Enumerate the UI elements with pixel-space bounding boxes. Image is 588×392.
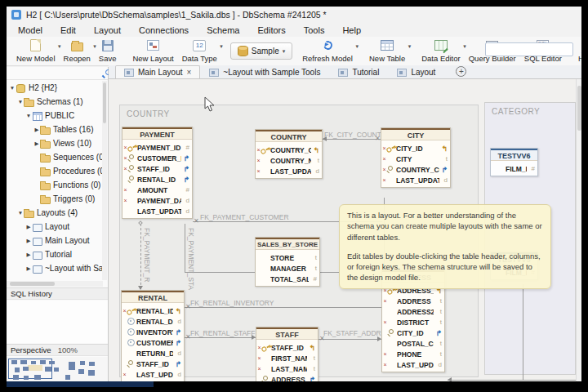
fk-label[interactable]: FK_RENTAL_STAFF: [190, 329, 256, 337]
menu-connections[interactable]: Connections: [139, 25, 189, 35]
column-row[interactable]: STAFF_ID: [256, 342, 318, 353]
tab-tutorial[interactable]: Tutorial: [329, 65, 388, 78]
fk-label[interactable]: FK_RENTAL_INVENTORY: [190, 299, 274, 307]
new-model-button[interactable]: New Model: [12, 37, 60, 65]
add-layout-button[interactable]: [456, 66, 466, 77]
column-row[interactable]: PAYMENT_ID#: [122, 142, 192, 153]
column-row[interactable]: INVENTORY_ID: [122, 327, 184, 337]
tree-item-database[interactable]: H2 {H2}: [7, 81, 103, 95]
fk-label[interactable]: FK_PAYMENT_R: [143, 228, 151, 285]
tree-item-layouts[interactable]: Layouts (4): [7, 206, 103, 220]
expander-icon[interactable]: [25, 252, 32, 258]
column-row[interactable]: PAYMENT_DATEd: [122, 195, 192, 206]
menu-help[interactable]: Help: [342, 25, 361, 35]
column-row[interactable]: PHONEt: [382, 349, 444, 359]
table-rental[interactable]: RENTAL RENTAL_ID RENTAL_DATEd INVENTORY_…: [121, 290, 185, 381]
column-row[interactable]: AMOUNT#: [122, 185, 192, 195]
table-header[interactable]: PAYMENT: [122, 127, 192, 140]
column-row[interactable]: RENTAL_ID: [122, 174, 192, 185]
menu-editors[interactable]: Editors: [257, 25, 285, 35]
table-header[interactable]: SALES_BY_STORE: [256, 238, 319, 250]
column-row[interactable]: LAST_UPDATEd: [382, 359, 444, 370]
column-row[interactable]: RENTAL_ID: [122, 305, 184, 316]
column-row[interactable]: LAST_UPDATEd: [381, 175, 450, 185]
fk-label[interactable]: FK_PAYMENT_STA: [187, 228, 195, 285]
menu-model[interactable]: Model: [18, 25, 42, 35]
refresh-dropdown[interactable]: [355, 43, 359, 50]
canvas-vertical-scrollbar[interactable]: [576, 79, 581, 381]
table-payment[interactable]: PAYMENT PAYMENT_ID# CUSTOMER_ID STAFF_ID…: [122, 127, 193, 219]
column-row[interactable]: POSTAL_CODEt: [382, 338, 444, 349]
new-table-dropdown[interactable]: [408, 43, 412, 50]
expander-icon[interactable]: [17, 99, 24, 105]
diagram-canvas[interactable]: COUNTRY CATEGORY FK_CITY_COUNTRY FK_PAYM…: [109, 79, 581, 381]
tree-item-tables[interactable]: Tables (16): [7, 122, 103, 136]
column-row[interactable]: CUSTOMER_ID: [122, 153, 192, 163]
expander-icon[interactable]: [17, 210, 24, 216]
sidebar-search-input[interactable]: [7, 69, 105, 78]
perspective-minimap[interactable]: [7, 357, 108, 381]
column-row[interactable]: COUNTRY_CODE: [381, 164, 450, 175]
refresh-model-button[interactable]: Refresh Model: [298, 37, 357, 65]
tree-item-main-layout[interactable]: Main Layout: [7, 234, 103, 247]
connector-line[interactable]: [523, 284, 523, 380]
expander-icon[interactable]: [25, 265, 32, 272]
column-row[interactable]: MANAGERt: [256, 263, 319, 274]
column-row[interactable]: ADDRESS_ID: [256, 374, 318, 381]
column-row[interactable]: COUNTRY_CODE: [256, 145, 322, 155]
tab-layout[interactable]: Layout: [388, 65, 444, 78]
column-row[interactable]: TOTAL_SALES#: [256, 274, 319, 284]
fk-label[interactable]: FK_PAYMENT_CUSTOMER: [200, 213, 289, 221]
column-row[interactable]: STAFF_ID: [122, 163, 192, 174]
tab-layout-with-sample-tools[interactable]: ~Layout with Sample Tools: [200, 65, 329, 78]
fk-line-rental-inventory[interactable]: [185, 307, 381, 308]
expander-icon[interactable]: [25, 238, 32, 244]
tree-item-procedures[interactable]: Procedures (0): [7, 164, 103, 178]
sample-button[interactable]: Sample ▾: [230, 42, 292, 60]
tree-item-triggers[interactable]: Triggers (0): [7, 192, 103, 206]
column-row[interactable]: LAST_UPDATEd: [122, 369, 184, 380]
tree-item-public[interactable]: PUBLIC: [7, 109, 103, 122]
fk-line-city-country[interactable]: [323, 139, 381, 140]
table-city[interactable]: CITY CITY_ID CITYt COUNTRY_CODE LAST_UPD…: [381, 127, 451, 188]
tree-vertical-scrollbar[interactable]: [102, 81, 107, 280]
fk-line-payment-rental[interactable]: [140, 224, 141, 289]
expander-icon[interactable]: [33, 127, 40, 133]
table-staff[interactable]: STAFF STAFF_ID FIRST_NAMEt LAST_NAMEt AD…: [256, 327, 318, 381]
tab-close-button[interactable]: [186, 68, 191, 77]
data-type-button[interactable]: 12 Data Type: [178, 37, 221, 65]
column-row[interactable]: FIRST_NAMEt: [256, 353, 318, 363]
expander-icon[interactable]: [33, 140, 40, 147]
menu-edit[interactable]: Edit: [60, 25, 76, 35]
fk-line-payment-staff[interactable]: [185, 224, 185, 273]
expander-icon[interactable]: [25, 113, 32, 118]
table-header[interactable]: STAFF: [256, 327, 318, 340]
new-table-button[interactable]: New Table: [365, 37, 409, 65]
toolbar-search-input[interactable]: [486, 44, 581, 55]
table-header[interactable]: RENTAL: [122, 291, 184, 303]
view-testvv6[interactable]: TESTVV6 FILM_ID#: [490, 148, 538, 176]
table-header[interactable]: COUNTRY: [256, 130, 322, 142]
tree-item-views[interactable]: Views (10): [7, 136, 103, 150]
perspective-header[interactable]: Perspective 100%: [7, 344, 108, 356]
column-row[interactable]: CITYt: [381, 154, 450, 164]
tree-item-schemas[interactable]: Schemas (1): [7, 95, 103, 109]
table-header[interactable]: CITY: [381, 128, 450, 140]
column-row[interactable]: RENTAL_DATEd: [122, 316, 184, 327]
menu-layout[interactable]: Layout: [94, 25, 121, 35]
column-row[interactable]: STOREt: [256, 252, 319, 263]
new-layout-button[interactable]: New Layout: [128, 37, 177, 65]
expander-icon[interactable]: [25, 224, 32, 230]
fk-line-staff-address[interactable]: [318, 339, 381, 340]
column-row[interactable]: CITY_ID: [382, 327, 444, 338]
tree-item-sequences[interactable]: Sequences (0): [7, 150, 103, 164]
column-row[interactable]: STAFF_ID: [122, 359, 184, 369]
column-row[interactable]: RETURN_DATEd: [122, 348, 184, 359]
tree-item-layout[interactable]: Layout: [7, 220, 103, 234]
sql-history-header[interactable]: SQL History: [7, 287, 108, 300]
column-row[interactable]: LAST_NAMEt: [256, 363, 318, 374]
tree-item-functions[interactable]: Functions (0): [7, 178, 103, 192]
column-row[interactable]: LAST_UPDATEd: [256, 166, 322, 176]
view-sales-by-store[interactable]: SALES_BY_STORE STOREt MANAGERt TOTAL_SAL…: [255, 237, 320, 287]
connector-line[interactable]: [448, 380, 576, 381]
